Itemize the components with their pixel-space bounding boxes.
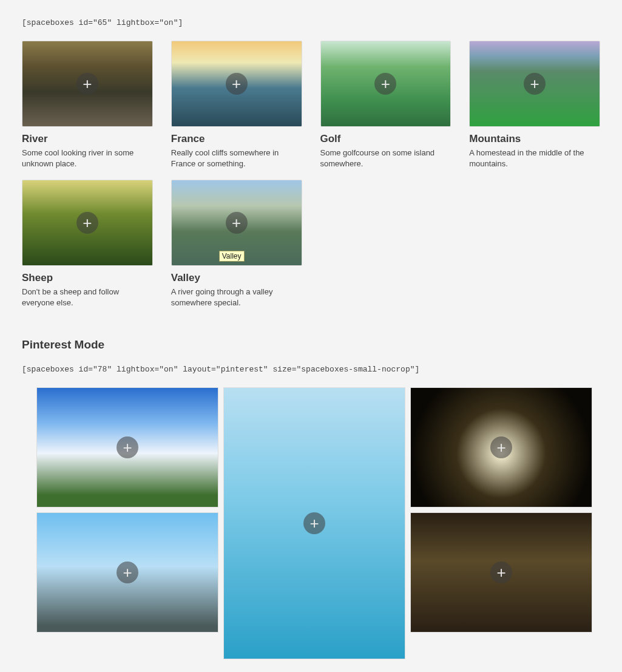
thumbnail-river[interactable]: +: [22, 41, 153, 127]
thumbnail-mountains[interactable]: +: [469, 41, 600, 127]
card-description: A river going through a valley somewhere…: [171, 287, 302, 308]
card-title: Mountains: [469, 133, 600, 145]
pinterest-thumb-tunnel[interactable]: +: [410, 387, 592, 507]
thumbnail-france[interactable]: +: [171, 41, 302, 127]
card-description: Some cool looking river in some unknown …: [22, 148, 153, 169]
card-description: Really cool cliffs somewhere in France o…: [171, 148, 302, 169]
thumbnail-valley[interactable]: + Valley: [171, 180, 302, 266]
pinterest-gallery: + + + + +: [22, 387, 600, 659]
gallery-card-sheep: + Sheep Don't be a sheep and follow ever…: [22, 180, 153, 308]
gallery-card-valley: + Valley Valley A river going through a …: [171, 180, 302, 308]
expand-icon: +: [117, 562, 138, 583]
gallery-card-river: + River Some cool looking river in some …: [22, 41, 153, 169]
masonry-column: + +: [36, 387, 218, 633]
thumbnail-golf[interactable]: +: [320, 41, 451, 127]
expand-icon: +: [226, 212, 248, 234]
card-title: Valley: [171, 272, 302, 284]
card-description: A homestead in the middle of the mountai…: [469, 148, 600, 169]
pinterest-thumb-cityscape[interactable]: +: [36, 512, 218, 633]
gallery-card-france: + France Really cool cliffs somewhere in…: [171, 41, 302, 169]
card-title: Sheep: [22, 272, 153, 284]
expand-icon: +: [76, 212, 98, 234]
section-heading-pinterest: Pinterest Mode: [22, 338, 600, 351]
shortcode-text: [spaceboxes id="65" lightbox="on"]: [22, 18, 600, 27]
gallery-card-golf: + Golf Some golfcourse on some island so…: [320, 41, 451, 169]
expand-icon: +: [524, 73, 546, 95]
pinterest-thumb-powerlines[interactable]: +: [36, 387, 218, 507]
card-title: France: [171, 133, 302, 145]
expand-icon: +: [374, 73, 396, 95]
card-title: River: [22, 133, 153, 145]
card-description: Don't be a sheep and follow everyone els…: [22, 287, 153, 308]
gallery-card-mountains: + Mountains A homestead in the middle of…: [469, 41, 600, 169]
tooltip: Valley: [219, 251, 245, 262]
expand-icon: +: [490, 436, 512, 458]
expand-icon: +: [226, 73, 248, 95]
pinterest-thumb-grand-central[interactable]: +: [410, 512, 592, 633]
card-title: Golf: [320, 133, 451, 145]
expand-icon: +: [490, 562, 512, 583]
gallery-grid: + River Some cool looking river in some …: [22, 41, 600, 308]
shortcode-text-pinterest: [spaceboxes id="78" lightbox="on" layout…: [22, 365, 600, 374]
thumbnail-sheep[interactable]: +: [22, 180, 153, 266]
masonry-column: + +: [410, 387, 592, 633]
expand-icon: +: [303, 512, 325, 534]
card-description: Some golfcourse on some island somewhere…: [320, 148, 451, 169]
expand-icon: +: [76, 73, 98, 95]
expand-icon: +: [117, 436, 138, 458]
masonry-column: +: [223, 387, 405, 659]
pinterest-thumb-couple-beach[interactable]: +: [223, 387, 405, 659]
